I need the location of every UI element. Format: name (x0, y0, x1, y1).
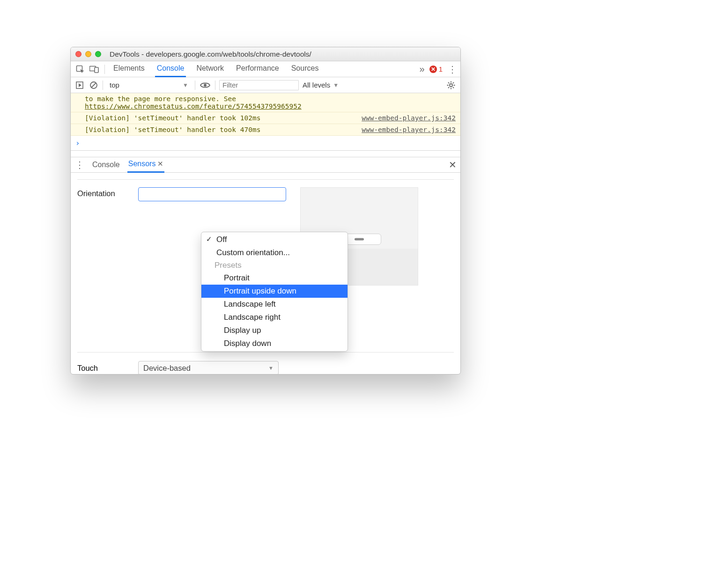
dropdown-item-off[interactable]: Off (201, 233, 348, 246)
svg-line-5 (92, 83, 96, 87)
context-value: top (110, 81, 119, 89)
message-source-link[interactable]: www-embed-player.js:342 (362, 126, 456, 133)
tab-console[interactable]: Console (155, 61, 186, 77)
drawer-close-icon[interactable]: ✕ (449, 159, 457, 170)
message-link[interactable]: https://www.chromestatus.com/feature/574… (85, 103, 302, 110)
clear-console-icon[interactable] (89, 80, 99, 90)
dropdown-item-landscape-right[interactable]: Landscape right (201, 311, 348, 324)
svg-point-6 (204, 84, 207, 87)
divider (77, 179, 454, 180)
orientation-dropdown: Off Custom orientation... Presets Portra… (201, 232, 348, 352)
levels-label: All levels (303, 81, 330, 89)
traffic-lights (75, 51, 101, 57)
error-x-icon: ✕ (429, 66, 437, 73)
dropdown-item-display-down[interactable]: Display down (201, 337, 348, 350)
divider (104, 65, 105, 74)
tab-performance[interactable]: Performance (234, 61, 281, 77)
console-prompt[interactable]: › (71, 136, 460, 150)
svg-rect-2 (95, 67, 98, 73)
settings-menu-icon[interactable]: ⋮ (447, 64, 458, 75)
orientation-select[interactable] (138, 187, 286, 201)
dropdown-item-portrait[interactable]: Portrait (201, 272, 348, 285)
caret-down-icon: ▼ (183, 82, 188, 88)
zoom-window-button[interactable] (95, 51, 101, 57)
message-source-link[interactable]: www-embed-player.js:342 (362, 114, 456, 122)
caret-down-icon: ▼ (268, 365, 274, 371)
dropdown-item-portrait-upside-down[interactable]: Portrait upside down (201, 285, 348, 298)
console-settings-icon[interactable] (445, 80, 457, 91)
drawer-menu-icon[interactable]: ⋮ (74, 159, 85, 170)
message-text: [Violation] 'setTimeout' handler took 10… (85, 114, 352, 122)
console-toolbar: top ▼ All levels ▼ (71, 77, 460, 93)
touch-label: Touch (77, 364, 124, 373)
svg-line-14 (448, 87, 449, 88)
touch-select[interactable]: Device-based ▼ (138, 361, 279, 374)
tab-sources[interactable]: Sources (289, 61, 321, 77)
tab-elements[interactable]: Elements (111, 61, 147, 77)
filter-input[interactable] (219, 80, 299, 90)
dropdown-group-presets: Presets (201, 259, 348, 272)
error-count: 1 (439, 65, 443, 73)
touch-row: Touch Device-based ▼ (77, 352, 454, 374)
console-message: [Violation] 'setTimeout' handler took 10… (71, 112, 460, 124)
drawer-tab-row: ⋮ Console Sensors✕ ✕ (71, 157, 460, 173)
log-levels-select[interactable]: All levels ▼ (303, 81, 339, 89)
console-message: to make the page more responsive. See ht… (71, 93, 460, 112)
main-tab-row: Elements Console Network Performance Sou… (71, 61, 460, 77)
touch-value: Device-based (143, 364, 191, 373)
message-text: [Violation] 'setTimeout' handler took 47… (85, 126, 352, 133)
svg-line-12 (448, 82, 449, 83)
error-badge[interactable]: ✕ 1 (429, 65, 443, 73)
drawer-tab-console[interactable]: Console (91, 158, 121, 172)
dropdown-item-landscape-left[interactable]: Landscape left (201, 298, 348, 311)
console-messages: to make the page more responsive. See ht… (71, 93, 460, 136)
dropdown-item-display-up[interactable]: Display up (201, 324, 348, 337)
orientation-label: Orientation (77, 187, 124, 198)
drawer-tab-sensors[interactable]: Sensors✕ (127, 157, 165, 173)
console-message: [Violation] 'setTimeout' handler took 47… (71, 124, 460, 136)
devtools-window: DevTools - developers.google.com/web/too… (70, 47, 461, 375)
divider (195, 81, 195, 90)
close-tab-icon[interactable]: ✕ (157, 160, 163, 168)
inspect-icon[interactable] (74, 63, 87, 76)
svg-line-13 (453, 87, 454, 88)
tabs-overflow-icon[interactable]: » (420, 64, 425, 74)
divider (103, 81, 103, 90)
device-toggle-icon[interactable] (88, 63, 101, 76)
toggle-sidebar-icon[interactable] (74, 80, 85, 90)
close-window-button[interactable] (75, 51, 81, 57)
dropdown-item-custom[interactable]: Custom orientation... (201, 246, 348, 259)
svg-line-15 (453, 82, 454, 83)
message-text: to make the page more responsive. See (85, 95, 240, 103)
drawer-tab-label: Sensors (128, 160, 156, 168)
minimize-window-button[interactable] (85, 51, 91, 57)
main-tabs: Elements Console Network Performance Sou… (111, 61, 320, 77)
tab-network[interactable]: Network (194, 61, 226, 77)
live-expression-icon[interactable] (199, 79, 211, 91)
drawer-resize-handle[interactable] (71, 150, 460, 157)
window-title: DevTools - developers.google.com/web/too… (110, 50, 456, 59)
divider (215, 81, 215, 90)
caret-down-icon: ▼ (333, 82, 339, 88)
svg-point-7 (450, 84, 452, 87)
window-titlebar: DevTools - developers.google.com/web/too… (71, 47, 460, 61)
context-select[interactable]: top ▼ (107, 79, 191, 91)
